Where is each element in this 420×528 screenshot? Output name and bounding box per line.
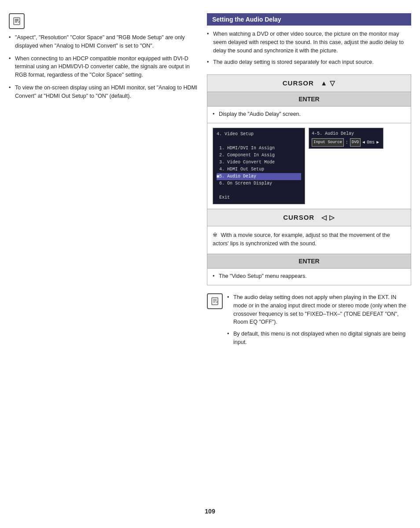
page-container: "Aspect", "Resolution" "Color Space" and… bbox=[0, 0, 420, 528]
bottom-note-bullet-2: By default, this menu is not displayed w… bbox=[227, 330, 411, 347]
intro-bullet-1: • When watching a DVD or other video sou… bbox=[207, 30, 411, 55]
bottom-note-bullet-1: The audio delay setting does not apply w… bbox=[227, 293, 411, 326]
left-bullet-2: When connecting to an HDCP compatible mo… bbox=[9, 55, 198, 79]
page-number: 109 bbox=[0, 503, 420, 519]
submenu-left-arrow: ◄ bbox=[362, 139, 365, 146]
left-bullet-1: "Aspect", "Resolution" "Color Space" and… bbox=[9, 33, 198, 50]
menu-item-1: 1. HDMI/DVI In Assign bbox=[217, 145, 301, 152]
submenu-separator: : bbox=[346, 139, 348, 146]
enter-label-1: ENTER bbox=[207, 92, 411, 107]
submenu-input-source-btn: Input Source bbox=[312, 138, 344, 147]
bottom-note-bullets: The audio delay setting does not apply w… bbox=[227, 293, 411, 350]
instruction-block: CURSOR ▲ ▽ ENTER Display the "Audio Dela… bbox=[207, 74, 411, 285]
menu-item-6: 6. On Screen Display bbox=[217, 180, 301, 187]
note-icon bbox=[9, 13, 25, 29]
cursor-label-2: CURSOR bbox=[283, 214, 314, 221]
right-column: Setting the Audio Delay • When watching … bbox=[207, 13, 411, 502]
submenu-title: 4-5. Audio Delay bbox=[312, 130, 380, 137]
cursor-left-right-row: CURSOR ◁ ▷ bbox=[207, 209, 411, 226]
intro-bullet-2: • The audio delay setting is stored sepa… bbox=[207, 58, 411, 66]
submenu-box: 4-5. Audio Delay Input Source : DVD ◄ 0m… bbox=[309, 128, 383, 149]
cursor-arrows-1: ▲ ▽ bbox=[321, 79, 335, 87]
cursor-up-down-row: CURSOR ▲ ▽ bbox=[207, 75, 411, 92]
menu-item-4: 4. HDMI Out Setup bbox=[217, 166, 301, 173]
main-content: "Aspect", "Resolution" "Color Space" and… bbox=[0, 0, 420, 528]
enter-final-desc: The "Video Setup" menu reappears. bbox=[207, 269, 411, 285]
section-header: Setting the Audio Delay bbox=[207, 13, 411, 26]
enter-label-2: ENTER bbox=[207, 254, 411, 269]
menu-box: 4. Video Setup 1. HDMI/DVI In Assign 2. … bbox=[213, 128, 305, 204]
svg-rect-4 bbox=[212, 298, 218, 305]
bottom-note-right: The audio delay setting does not apply w… bbox=[207, 293, 411, 350]
intro-text: • When watching a DVD or other video sou… bbox=[207, 26, 411, 74]
menu-screenshot-area: 4. Video Setup 1. HDMI/DVI In Assign 2. … bbox=[207, 123, 411, 209]
menu-item-3: 3. Video Convert Mode bbox=[217, 159, 301, 166]
submenu-right-arrow: ► bbox=[376, 139, 379, 146]
cursor-label-1: CURSOR bbox=[283, 79, 314, 87]
submenu-row: Input Source : DVD ◄ 0ms ► bbox=[312, 138, 380, 147]
cursor-arrows-2: ◁ ▷ bbox=[321, 214, 335, 221]
note-text: With a movie source, for example, adjust… bbox=[213, 232, 390, 247]
menu-item-2: 2. Component In Assig bbox=[217, 152, 301, 159]
note-block: ※ With a movie source, for example, adju… bbox=[207, 226, 411, 255]
left-bullets: "Aspect", "Resolution" "Color Space" and… bbox=[9, 33, 198, 100]
menu-item-5-highlighted: ▣5. Audio Delay bbox=[217, 173, 301, 180]
menu-title: 4. Video Setup bbox=[217, 131, 301, 138]
submenu-delay-value: 0ms bbox=[367, 139, 375, 146]
svg-rect-0 bbox=[14, 18, 20, 25]
note-icon-right bbox=[207, 293, 223, 309]
left-bullet-3: To view the on-screen display using an H… bbox=[9, 84, 198, 100]
left-column: "Aspect", "Resolution" "Color Space" and… bbox=[9, 13, 198, 502]
submenu-dvd-btn: DVD bbox=[350, 138, 361, 147]
menu-exit: Exit bbox=[217, 194, 301, 201]
enter-desc-1: Display the "Audio Delay" screen. bbox=[207, 107, 411, 123]
asterisk-symbol: ※ bbox=[213, 232, 217, 238]
